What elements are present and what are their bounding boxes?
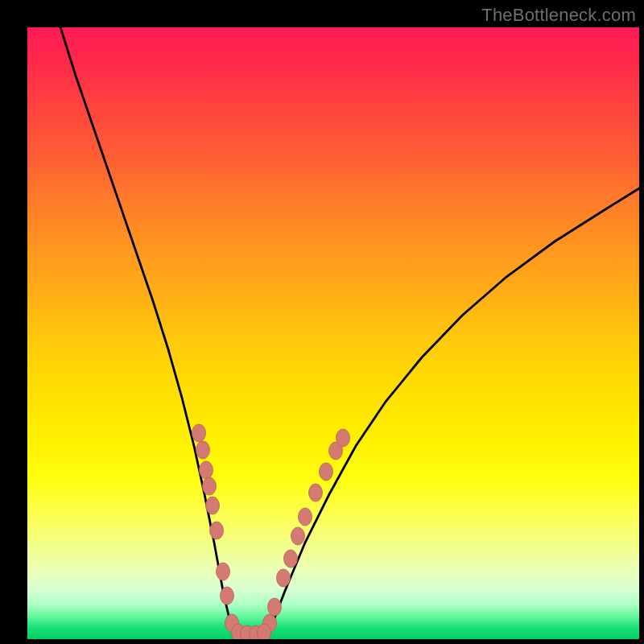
marker-right (277, 569, 291, 587)
marker-right (299, 508, 312, 526)
marker-group (192, 424, 350, 639)
marker-right (291, 527, 305, 545)
chart-stage: TheBottleneck.com (0, 0, 644, 644)
marker-left (206, 497, 220, 514)
marker-right (284, 550, 298, 568)
marker-right (336, 429, 350, 447)
marker-left (196, 441, 210, 459)
plot-area (27, 27, 639, 639)
marker-right (268, 598, 282, 616)
chart-svg (27, 27, 639, 639)
marker-left (221, 587, 234, 605)
marker-left (210, 522, 224, 539)
marker-bottom (258, 624, 271, 639)
watermark-text: TheBottleneck.com (481, 5, 636, 26)
marker-right (309, 484, 323, 502)
marker-left (217, 563, 230, 580)
marker-left (203, 477, 217, 495)
marker-right (320, 463, 333, 481)
marker-left (200, 461, 213, 479)
curve-left-branch (58, 27, 240, 639)
curve-right-branch (262, 188, 639, 639)
marker-left (192, 424, 206, 442)
